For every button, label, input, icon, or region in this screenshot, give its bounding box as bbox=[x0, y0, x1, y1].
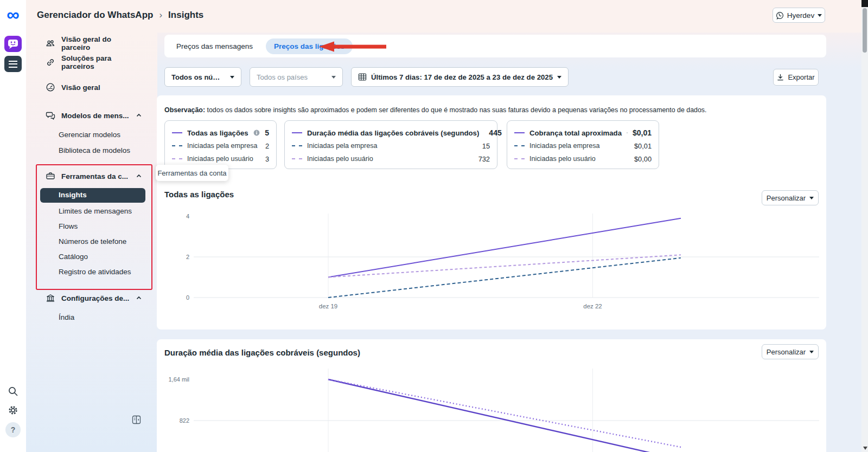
filter-row: Todos os números de... Todos os países Ú… bbox=[164, 67, 569, 87]
whatsapp-icon bbox=[776, 11, 784, 20]
meta-logo-icon[interactable]: ∞ bbox=[3, 4, 23, 25]
account-name: Hyerdev bbox=[787, 11, 814, 20]
app-avatar-icon[interactable] bbox=[4, 36, 22, 52]
svg-text:dez 22: dez 22 bbox=[583, 303, 602, 309]
briefcase-icon bbox=[46, 171, 55, 181]
chart-title-todas-ligacoes: Todas as ligações bbox=[164, 190, 234, 199]
link-icon bbox=[46, 57, 55, 67]
sidebar-item-numeros-telefone[interactable]: Números de telefone bbox=[59, 236, 126, 247]
annotation-red-arrow bbox=[318, 40, 387, 53]
disclaimer-note: Observação: todos os dados sobre insight… bbox=[164, 106, 818, 114]
sidebar-item-registro-atividades[interactable]: Registro de atividades bbox=[59, 266, 131, 277]
sidebar-item-limites-mensagens[interactable]: Limites de mensagens bbox=[59, 205, 132, 216]
chevron-down-icon bbox=[809, 197, 814, 199]
svg-text:0: 0 bbox=[186, 294, 189, 301]
gauge-icon bbox=[46, 82, 55, 92]
chevron-down-icon bbox=[331, 76, 336, 79]
scrollbar-down-icon[interactable] bbox=[863, 447, 867, 450]
help-icon[interactable]: ? bbox=[5, 422, 21, 437]
tab-bar: Preços das mensagens Preços das ligações bbox=[164, 35, 826, 57]
sidebar-item-flows[interactable]: Flows bbox=[59, 221, 78, 231]
svg-text:4: 4 bbox=[186, 213, 189, 219]
chart-todas-ligacoes: 420dez 19dez 22 bbox=[164, 210, 826, 318]
legend-line-total bbox=[514, 132, 525, 133]
legend-line-total bbox=[172, 132, 182, 133]
sidebar-item-label: Visão geral bbox=[61, 83, 100, 92]
people-icon bbox=[46, 38, 55, 48]
sidebar-item-label: Ferramentas da c... bbox=[61, 172, 128, 180]
hamburger-menu-icon[interactable] bbox=[4, 56, 22, 72]
summary-card-duracao-media: Duração média das ligações cobráveis (se… bbox=[284, 120, 497, 169]
legend-line-business bbox=[514, 145, 525, 146]
sidebar-item-label: Modelos de mens... bbox=[61, 112, 129, 120]
legend-line-business bbox=[292, 145, 302, 146]
legend-line-total bbox=[292, 132, 302, 133]
sidebar-item-visao-geral-parceiro[interactable]: Visão geral do parceiro bbox=[46, 37, 142, 49]
tab-precos-mensagens[interactable]: Preços das mensagens bbox=[171, 38, 258, 54]
app-title: Gerenciador do WhatsApp bbox=[37, 10, 153, 21]
countries-dropdown[interactable]: Todos os países bbox=[250, 67, 343, 87]
sidebar-item-label: Configurações de... bbox=[61, 294, 129, 302]
legend-line-user bbox=[292, 158, 302, 159]
gear-icon[interactable] bbox=[8, 405, 18, 416]
date-range-dropdown[interactable]: Últimos 7 dias: 17 de dez de 2025 a 23 d… bbox=[351, 67, 569, 87]
chevron-down-icon bbox=[818, 14, 822, 17]
chart-duracao-media: 1,64 mil822 bbox=[164, 364, 826, 452]
summary-card-cobranca-total: Cobrança total aproximada $0,01 Iniciada… bbox=[507, 120, 659, 169]
sidebar-item-ferramentas-conta[interactable]: Ferramentas da c... bbox=[46, 170, 142, 182]
sidebar-item-gerenciar-modelos[interactable]: Gerenciar modelos bbox=[59, 129, 120, 140]
account-switcher-button[interactable]: Hyerdev bbox=[773, 8, 825, 23]
svg-text:2: 2 bbox=[186, 254, 189, 260]
legend-line-user bbox=[172, 158, 182, 159]
collapse-sidebar-icon[interactable] bbox=[131, 415, 142, 425]
sidebar-item-catalogo[interactable]: Catálogo bbox=[59, 251, 88, 262]
sidebar-item-biblioteca-modelos[interactable]: Biblioteca de modelos bbox=[59, 145, 130, 156]
personalize-button[interactable]: Personalizar bbox=[762, 344, 819, 359]
chart-title-duracao-media: Duração média das ligações cobráveis (se… bbox=[164, 348, 360, 357]
download-icon bbox=[777, 74, 784, 81]
summary-card-todas-ligacoes: Todas as ligações 5 Iniciadas pela empre… bbox=[164, 120, 277, 169]
search-icon[interactable] bbox=[8, 386, 18, 397]
info-icon[interactable] bbox=[627, 130, 628, 136]
tooltip-ferramentas-da-conta: Ferramentas da conta bbox=[156, 165, 228, 181]
chat-smiley-icon bbox=[4, 36, 22, 52]
svg-text:dez 19: dez 19 bbox=[319, 303, 338, 309]
scrollbar-thumb[interactable] bbox=[863, 8, 867, 53]
calendar-grid-icon bbox=[358, 73, 367, 81]
info-icon[interactable] bbox=[253, 130, 260, 136]
legend-line-user bbox=[514, 158, 525, 159]
sidebar-item-modelos-mensagem[interactable]: Modelos de mens... bbox=[46, 109, 142, 121]
sidebar-item-label: Soluções para parceiros bbox=[61, 54, 142, 70]
chevron-up-icon bbox=[136, 112, 142, 119]
page-title: Insights bbox=[168, 10, 203, 21]
chevron-down-icon bbox=[809, 351, 814, 353]
sidebar-item-solucoes-parceiros[interactable]: Soluções para parceiros bbox=[46, 56, 142, 68]
svg-text:822: 822 bbox=[180, 417, 189, 424]
chevron-up-icon bbox=[136, 173, 142, 179]
whatsapp-manager-app: ∞ ? Gerenciador do WhatsApp › Insights bbox=[0, 0, 868, 452]
breadcrumb: Gerenciador do WhatsApp › Insights bbox=[37, 8, 203, 22]
chat-bubbles-icon bbox=[46, 111, 55, 120]
chevron-down-icon bbox=[557, 76, 561, 79]
phone-numbers-dropdown[interactable]: Todos os números de... bbox=[164, 67, 241, 87]
export-button[interactable]: Exportar bbox=[773, 69, 819, 86]
scrollbar-up-button[interactable] bbox=[861, 0, 868, 7]
sidebar-item-label: Visão geral do parceiro bbox=[61, 35, 142, 51]
svg-text:1,64 mil: 1,64 mil bbox=[168, 376, 189, 383]
sidebar-item-insights-selected[interactable]: Insights bbox=[40, 188, 145, 203]
breadcrumb-separator: › bbox=[159, 10, 162, 21]
chevron-up-icon bbox=[136, 295, 142, 301]
chevron-down-icon bbox=[230, 76, 234, 79]
sidebar-item-visao-geral[interactable]: Visão geral bbox=[46, 81, 142, 93]
personalize-button[interactable]: Personalizar bbox=[762, 190, 819, 205]
sidebar-item-configuracoes[interactable]: Configurações de... bbox=[46, 292, 142, 304]
sidebar-item-india[interactable]: Índia bbox=[59, 312, 74, 322]
bank-icon bbox=[46, 293, 55, 303]
legend-line-business bbox=[172, 145, 182, 146]
vertical-scrollbar[interactable] bbox=[861, 0, 868, 452]
